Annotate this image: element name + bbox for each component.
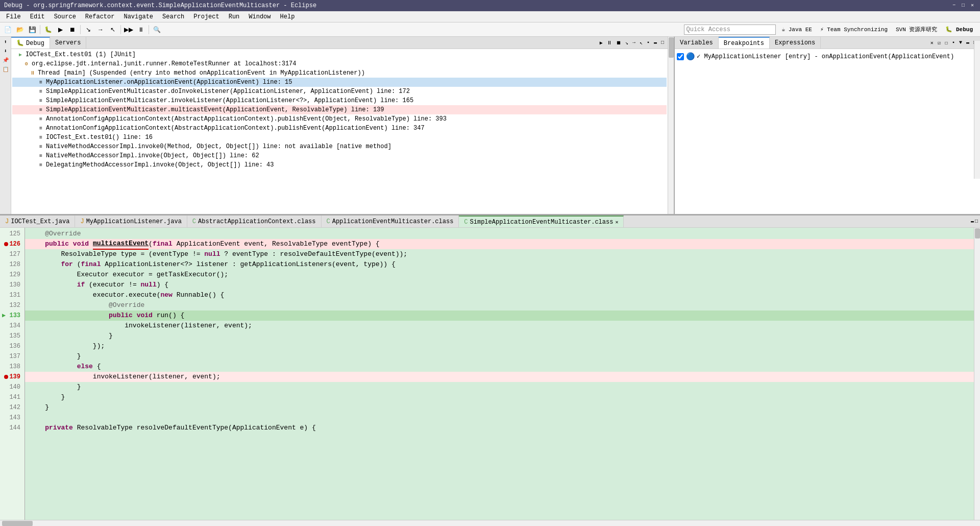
breakpoint-item-0[interactable]: 🔵 ✓ MyApplicationListener [entry] - onAp… (677, 51, 978, 62)
menu-edit[interactable]: Edit (26, 12, 49, 21)
resume-icon[interactable]: ▶ (598, 39, 604, 46)
maximize-button[interactable]: □ (960, 2, 967, 9)
code-line-138: else { (25, 362, 974, 372)
tab-simplemulticaster[interactable]: C SimpleApplicationEventMulticaster.clas… (459, 216, 624, 227)
stack-frame-9[interactable]: ≡ DelegatingMethodAccessorImpl.invoke(Ob… (12, 160, 667, 170)
frame-icon-8: ≡ (37, 152, 45, 160)
step-over-icon[interactable]: → (631, 39, 637, 46)
debug-scrollbar[interactable] (668, 37, 674, 214)
code-scrollbar-thumb[interactable] (975, 228, 980, 238)
stack-frame-5[interactable]: ≡ AnnotationConfigApplicationContext(Abs… (12, 124, 667, 133)
tree-runner[interactable]: ⚙ org.eclipse.jdt.internal.junit.runner.… (12, 59, 667, 68)
close-button[interactable]: ✕ (969, 2, 976, 9)
perspective-debug[interactable]: 🐛 Debug (942, 25, 976, 34)
code-hscrollbar[interactable] (0, 520, 980, 526)
bp-view-menu-icon[interactable]: ▼ (958, 39, 964, 46)
tab-icon-ioctest: J (5, 218, 9, 225)
menu-run[interactable]: Run (225, 12, 244, 21)
bp-collapse-icon[interactable]: ▪ (950, 39, 957, 46)
tb-suspend[interactable]: ⏸ (135, 24, 146, 35)
code-hscrollbar-thumb[interactable] (2, 521, 33, 526)
perspective-svn[interactable]: SVN 资源库研究 (893, 25, 940, 34)
stack-frame-6[interactable]: ≡ IOCTest_Ext.test01() line: 16 (12, 133, 667, 142)
menu-refactor[interactable]: Refactor (81, 12, 119, 21)
bp-scrollbar[interactable] (974, 41, 980, 179)
menu-navigate[interactable]: Navigate (119, 12, 157, 21)
code-panel-minimize[interactable]: ▬ (971, 219, 974, 224)
terminate-icon[interactable]: ⏹ (615, 39, 623, 46)
sidebar-icon-4[interactable]: 📋 (2, 66, 10, 75)
code-line-130: if (executor != null) { (25, 280, 974, 290)
line-135: 135 (2, 331, 22, 341)
code-line-137: } (25, 351, 974, 362)
code-line-125: @Override (25, 229, 974, 239)
tab-ioctest[interactable]: J IOCTest_Ext.java (0, 216, 75, 227)
tab-close-icon[interactable]: ✕ (615, 219, 618, 225)
tab-abstract[interactable]: C AbstractApplicationContext.class (187, 216, 322, 227)
tab-mylistener[interactable]: J MyApplicationListener.java (75, 216, 187, 227)
tb-debug[interactable]: 🐛 (42, 24, 54, 35)
stack-frame-3[interactable]: ≡ SimpleApplicationEventMulticaster.mult… (12, 105, 667, 114)
menu-window[interactable]: Window (244, 12, 275, 21)
sidebar-icon-3[interactable]: 📌 (2, 57, 10, 65)
line-144: 144 (2, 423, 22, 433)
tab-breakpoints[interactable]: Breakpoints (719, 37, 770, 49)
bp-deselect-icon[interactable]: ☐ (943, 39, 949, 46)
stack-frame-7[interactable]: ≡ NativeMethodAccessorImpl.invoke0(Metho… (12, 142, 667, 151)
code-line-128: for (final ApplicationListener<?> listen… (25, 259, 974, 270)
tb-run[interactable]: ▶ (55, 24, 66, 35)
quick-access-input[interactable]: Quick Access (684, 25, 776, 35)
tb-open[interactable]: 📂 (14, 24, 26, 35)
code-content[interactable]: @Override public void multicastEvent(fin… (25, 228, 974, 520)
tb-new[interactable]: 📄 (2, 24, 13, 35)
step-return-icon[interactable]: ↖ (638, 39, 644, 46)
stack-frame-8[interactable]: ≡ NativeMethodAccessorImpl.invoke(Object… (12, 151, 667, 160)
tab-servers[interactable]: Servers (50, 37, 86, 49)
tb-step-return[interactable]: ↖ (107, 24, 118, 35)
tb-step-into[interactable]: ↘ (83, 24, 94, 35)
sidebar-icon-1[interactable]: ⬆ (2, 39, 10, 47)
menu-help[interactable]: Help (276, 12, 299, 21)
maximize-panel-icon[interactable]: □ (659, 39, 666, 46)
tab-multicaster-iface[interactable]: C ApplicationEventMulticaster.class (322, 216, 459, 227)
collapse-all-icon[interactable]: ▪ (645, 39, 651, 46)
tree-root[interactable]: ▶ IOCTest_Ext.test01 (1) [JUnit] (12, 50, 667, 59)
tb-stop[interactable]: ⏹ (67, 24, 78, 35)
stack-frame-2[interactable]: ≡ SimpleApplicationEventMulticaster.invo… (12, 96, 667, 105)
stack-frame-4[interactable]: ≡ AnnotationConfigApplicationContext(Abs… (12, 114, 667, 124)
menu-file[interactable]: File (2, 12, 25, 21)
line-137: 137 (2, 351, 22, 362)
suspend-icon[interactable]: ⏸ (605, 39, 614, 46)
tab-expressions[interactable]: Expressions (770, 37, 821, 49)
tb-save[interactable]: 💾 (27, 24, 38, 35)
menu-project[interactable]: Project (189, 12, 223, 21)
perspective-team[interactable]: ⚡ Team Synchronizing (817, 25, 891, 34)
stack-frame-0[interactable]: ≡ MyApplicationListener.onApplicationEve… (12, 78, 667, 87)
sidebar-icon-2[interactable]: ⬇ (2, 48, 10, 56)
tb-resume[interactable]: ▶▶ (123, 24, 134, 35)
code-line-143 (25, 413, 974, 423)
tb-step-over[interactable]: → (95, 24, 106, 35)
junit-icon: ▶ (16, 51, 24, 59)
menu-source[interactable]: Source (50, 12, 80, 21)
tab-variables[interactable]: Variables (675, 37, 719, 49)
code-line-136: }); (25, 341, 974, 351)
stack-frame-1[interactable]: ≡ SimpleApplicationEventMulticaster.doIn… (12, 87, 667, 96)
bp-minimize-icon[interactable]: ▬ (965, 39, 971, 46)
tab-debug[interactable]: 🐛 Debug (11, 37, 50, 49)
minimize-panel-icon[interactable]: ▬ (652, 39, 658, 46)
perspective-javaee[interactable]: ☕ Java EE (779, 25, 815, 34)
minimize-button[interactable]: − (950, 2, 958, 9)
tb-search[interactable]: 🔍 (151, 24, 162, 35)
bp-select-all-icon[interactable]: ☑ (936, 39, 942, 46)
bp-checkbox-0[interactable] (677, 53, 684, 60)
menu-search[interactable]: Search (158, 12, 188, 21)
bp-remove-icon[interactable]: ✕ (929, 39, 935, 46)
line-133: ▶ 133 (2, 310, 22, 321)
code-scrollbar[interactable] (974, 228, 980, 520)
code-panel-maximize[interactable]: □ (975, 219, 978, 224)
debug-scrollbar-thumb[interactable] (669, 37, 674, 58)
tree-thread[interactable]: ⏸ Thread [main] (Suspended (entry into m… (12, 68, 667, 78)
step-into-icon[interactable]: ↘ (624, 39, 630, 46)
menu-bar: File Edit Source Refactor Navigate Searc… (0, 11, 980, 22)
